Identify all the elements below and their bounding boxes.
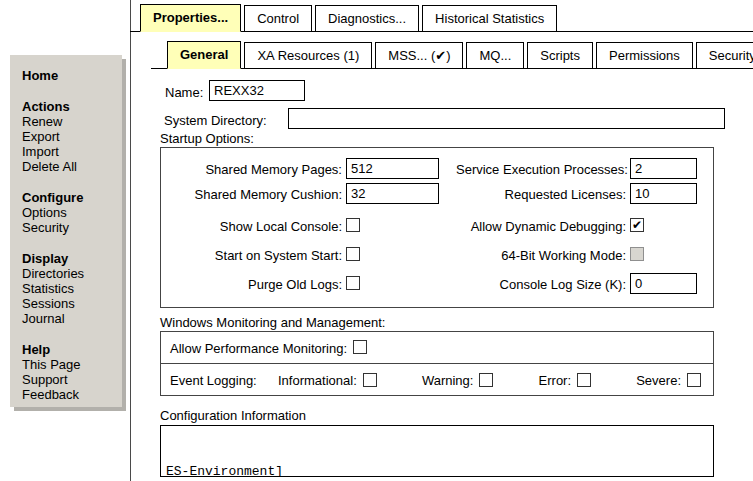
sidebar-item-statistics[interactable]: Statistics	[22, 281, 118, 296]
tab-diagnostics[interactable]: Diagnostics...	[315, 5, 419, 31]
startup-options-title: Startup Options:	[160, 131, 254, 146]
allow-dynamic-debugging-checkbox[interactable]: ✔	[630, 218, 644, 232]
allow-performance-monitoring-checkbox[interactable]	[353, 340, 367, 354]
service-execution-processes-input[interactable]	[630, 158, 697, 179]
sidebar-item-directories[interactable]: Directories	[22, 266, 118, 281]
tab-properties[interactable]: Properties...	[140, 4, 241, 32]
sidebar-header-help: Help	[22, 342, 118, 357]
allow-dynamic-debugging-label: Allow Dynamic Debugging:	[456, 219, 626, 234]
sidebar-item-export[interactable]: Export	[22, 129, 118, 144]
sidebar-item-support[interactable]: Support	[22, 372, 118, 387]
system-directory-input[interactable]	[288, 108, 725, 129]
tab-general[interactable]: General	[167, 41, 241, 69]
tab-historical-statistics[interactable]: Historical Statistics	[422, 5, 557, 31]
tab-security[interactable]: Security	[696, 42, 753, 68]
start-on-system-start-checkbox[interactable]	[346, 247, 360, 261]
sidebar-item-renew[interactable]: Renew	[22, 114, 118, 129]
sidebar-item-feedback[interactable]: Feedback	[22, 387, 118, 402]
sidebar-header-actions: Actions	[22, 99, 118, 114]
shared-memory-pages-label: Shared Memory Pages:	[161, 162, 342, 177]
tab-mq[interactable]: MQ...	[466, 42, 524, 68]
name-label: Name:	[165, 85, 203, 100]
monitoring-group: Allow Performance Monitoring: Event Logg…	[160, 331, 714, 396]
sidebar-item-import[interactable]: Import	[22, 144, 118, 159]
sidebar-item-home[interactable]: Home	[22, 68, 118, 83]
tab-permissions[interactable]: Permissions	[596, 42, 693, 68]
sidebar-header-configure: Configure	[22, 190, 118, 205]
severe-label: Severe:	[636, 373, 681, 388]
show-local-console-checkbox[interactable]	[346, 218, 360, 232]
sidebar-item-journal[interactable]: Journal	[22, 311, 118, 326]
console-log-size-label: Console Log Size (K):	[456, 277, 626, 292]
event-logging-informational: Informational:	[278, 373, 377, 388]
requested-licenses-label: Requested Licenses:	[456, 187, 626, 202]
show-local-console-label: Show Local Console:	[161, 219, 342, 234]
purge-old-logs-checkbox[interactable]	[346, 276, 360, 290]
event-logging-label: Event Logging:	[170, 373, 257, 388]
requested-licenses-input[interactable]	[630, 183, 697, 204]
tab-scripts[interactable]: Scripts	[527, 42, 593, 68]
informational-checkbox[interactable]	[363, 373, 377, 387]
tab-control[interactable]: Control	[244, 5, 312, 31]
console-log-size-input[interactable]	[630, 273, 697, 294]
service-execution-processes-label: Service Execution Processes:	[456, 162, 626, 177]
shared-memory-cushion-label: Shared Memory Cushion:	[161, 187, 342, 202]
sidebar-header-display: Display	[22, 251, 118, 266]
sidebar-item-delete-all[interactable]: Delete All	[22, 159, 118, 174]
sidebar-item-security[interactable]: Security	[22, 220, 118, 235]
config-line-1: ES-Environment]	[166, 463, 708, 477]
content-left-border	[130, 0, 131, 481]
name-input[interactable]	[209, 80, 305, 101]
configuration-information-textarea[interactable]: ES-Environment] MFTRACE_CONFIG=C:\Users\…	[160, 425, 714, 477]
sidebar-item-options[interactable]: Options	[22, 205, 118, 220]
tab-mss[interactable]: MSS... (✔)	[375, 42, 463, 68]
informational-label: Informational:	[278, 373, 357, 388]
tab-xa-resources[interactable]: XA Resources (1)	[244, 42, 372, 68]
start-on-system-start-label: Start on System Start:	[161, 248, 342, 263]
event-logging-severe: Severe:	[636, 373, 701, 388]
configuration-information-title: Configuration Information	[160, 408, 306, 423]
primary-tab-strip: Properties... Control Diagnostics... His…	[130, 4, 753, 32]
allow-performance-monitoring-label: Allow Performance Monitoring:	[170, 341, 347, 356]
error-checkbox[interactable]	[577, 373, 591, 387]
startup-options-group: Shared Memory Pages: Service Execution P…	[160, 147, 714, 308]
error-label: Error:	[539, 373, 572, 388]
monitoring-title: Windows Monitoring and Management:	[160, 315, 385, 330]
sidebar-item-this-page[interactable]: This Page	[22, 357, 118, 372]
64-bit-working-mode-checkbox	[630, 247, 644, 261]
secondary-tab-strip: General XA Resources (1) MSS... (✔) MQ..…	[151, 41, 753, 69]
sidebar: Home Actions Renew Export Import Delete …	[10, 55, 122, 407]
shared-memory-pages-input[interactable]	[346, 158, 439, 179]
monitoring-row-divider	[161, 363, 713, 364]
event-logging-options: Informational: Warning: Error: Severe:	[278, 370, 701, 390]
shared-memory-cushion-input[interactable]	[346, 183, 439, 204]
warning-checkbox[interactable]	[479, 373, 493, 387]
severe-checkbox[interactable]	[687, 373, 701, 387]
warning-label: Warning:	[422, 373, 474, 388]
event-logging-warning: Warning:	[422, 373, 494, 388]
event-logging-error: Error:	[539, 373, 592, 388]
64-bit-working-mode-label: 64-Bit Working Mode:	[456, 248, 626, 263]
purge-old-logs-label: Purge Old Logs:	[161, 277, 342, 292]
system-directory-label: System Directory:	[164, 113, 267, 128]
sidebar-item-sessions[interactable]: Sessions	[22, 296, 118, 311]
